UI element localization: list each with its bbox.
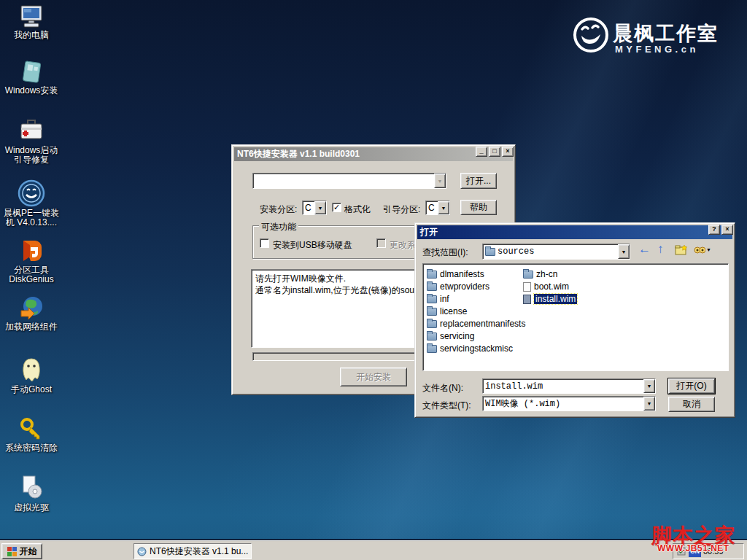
item-label: license: [440, 306, 467, 316]
look-in-label: 查找范围(I):: [422, 246, 468, 259]
list-item-folder[interactable]: servicing: [427, 331, 474, 341]
installer-titlebar[interactable]: NT6快捷安装器 v1.1 build0301: [234, 147, 513, 161]
folder-icon: [427, 271, 437, 279]
format-checkbox[interactable]: ✓: [332, 203, 341, 212]
open-dialog-titlebar[interactable]: 打开: [417, 225, 732, 239]
desktop-icon-boot-repair[interactable]: Windows启动 引导修复: [0, 118, 63, 165]
look-in-combobox[interactable]: sources ▼: [482, 244, 630, 260]
task-button-label: NT6快捷安装器 v1.1 bu...: [150, 545, 248, 558]
start-menu-icon: [7, 547, 17, 556]
close-button[interactable]: ×: [502, 147, 514, 157]
start-button[interactable]: 开始: [1, 543, 42, 559]
folder-icon: [427, 283, 437, 291]
help-button[interactable]: 帮助: [460, 200, 497, 215]
my-computer-icon: [18, 4, 44, 29]
file-name-value: install.wim: [483, 381, 643, 392]
desktop-icon-label: 分区工具 DiskGenius: [0, 265, 63, 284]
desktop-icon-manual-ghost[interactable]: 手动Ghost: [0, 356, 63, 394]
chevron-down-icon[interactable]: ▼: [706, 247, 711, 252]
item-label: zh-cn: [536, 269, 557, 279]
chevron-down-icon[interactable]: ▼: [643, 397, 655, 411]
chevron-down-icon[interactable]: ▼: [314, 201, 326, 214]
desktop-icon-label: Windows安装: [0, 86, 63, 96]
desktop-icon-pe-installer[interactable]: 晨枫PE一键装 机 V4.0.13....: [0, 179, 63, 228]
view-menu-icon[interactable]: [694, 245, 705, 255]
folder-icon: [427, 295, 437, 303]
virtual-drive-icon: [18, 474, 45, 502]
help-label: 帮助: [470, 201, 487, 214]
folder-icon: [523, 271, 533, 279]
format-checkbox-label: 格式化: [344, 203, 371, 216]
list-item-folder[interactable]: replacementmanifests: [427, 319, 525, 329]
folder-icon: [427, 308, 437, 316]
key-icon: [18, 417, 45, 442]
chevron-down-icon[interactable]: ▼: [434, 174, 446, 188]
ghost-icon: [18, 356, 45, 384]
open-button[interactable]: 打开(O): [668, 378, 715, 394]
desktop-icon-diskgenius[interactable]: 分区工具 DiskGenius: [0, 238, 63, 284]
boot-partition-value: C: [426, 202, 438, 214]
chevron-down-icon[interactable]: ▼: [438, 201, 449, 214]
list-item-folder[interactable]: etwproviders: [427, 281, 489, 292]
open-dialog-title: 打开: [420, 226, 438, 238]
list-item-folder[interactable]: dlmanifests: [427, 269, 484, 279]
desktop-icon-windows-install[interactable]: Windows安装: [0, 60, 63, 96]
taskbar-task-button[interactable]: NT6快捷安装器 v1.1 bu...: [133, 543, 252, 559]
boot-partition-combobox[interactable]: C ▼: [425, 201, 450, 215]
desktop-icon-virtual-drive[interactable]: 虚拟光驱: [0, 474, 63, 513]
chevron-down-icon[interactable]: ▼: [643, 379, 655, 393]
list-item-folder[interactable]: license: [427, 306, 467, 316]
up-one-level-icon[interactable]: ↑: [657, 242, 664, 257]
install-partition-value: C: [303, 202, 314, 214]
look-in-value: sources: [498, 246, 534, 257]
item-label: inf: [440, 294, 449, 304]
open-dialog: 打开 ? × 查找范围(I): sources ▼ ← ↑ ▼ dlmanife…: [414, 222, 735, 418]
install-partition-combobox[interactable]: C ▼: [302, 201, 327, 215]
list-item-file[interactable]: boot.wim: [523, 281, 569, 292]
logo-title: 晨枫工作室: [613, 20, 719, 47]
boot-partition-label: 引导分区:: [383, 203, 420, 216]
item-label: dlmanifests: [440, 269, 484, 279]
watermark-url: WWW.JB51.NET: [657, 543, 729, 553]
maximize-button[interactable]: □: [489, 147, 500, 157]
list-item-folder[interactable]: zh-cn: [523, 269, 557, 279]
file-icon: [523, 295, 531, 304]
taskbar: 开始 NT6快捷安装器 v1.1 bu...: [0, 540, 747, 560]
file-list[interactable]: dlmanifests etwproviders inf license rep…: [422, 263, 729, 371]
desktop-icon-my-computer[interactable]: 我的电脑: [0, 4, 63, 40]
item-label: install.wim: [534, 294, 577, 304]
desktop-icon-label: 系统密码清除: [0, 443, 63, 453]
start-install-button[interactable]: 开始安装: [340, 368, 407, 386]
list-item-file-selected[interactable]: install.wim: [523, 294, 577, 304]
installer-title: NT6快捷安装器 v1.1 build0301: [237, 148, 360, 160]
back-icon[interactable]: ←: [638, 242, 651, 257]
desktop-icon-load-network[interactable]: 加载网络组件: [0, 295, 63, 332]
install-partition-label: 安装分区:: [260, 203, 297, 216]
help-context-button[interactable]: ?: [708, 225, 720, 235]
file-icon: [523, 282, 531, 292]
open-button-label: 打开(O): [676, 380, 706, 392]
desktop-icon-password-clear[interactable]: 系统密码清除: [0, 417, 63, 453]
list-item-folder[interactable]: servicingstackmisc: [427, 343, 513, 354]
file-name-combobox[interactable]: install.wim ▼: [482, 378, 656, 394]
list-item-folder[interactable]: inf: [427, 294, 449, 304]
browse-wim-button[interactable]: 打开...: [460, 173, 497, 189]
close-button[interactable]: ×: [721, 225, 733, 235]
pe-ghost-icon: [18, 179, 45, 207]
folder-icon: [485, 248, 495, 256]
wim-path-combobox[interactable]: ▼: [252, 173, 446, 189]
file-type-label: 文件类型(T):: [422, 400, 471, 412]
diskgenius-icon: [18, 238, 44, 264]
minimize-button[interactable]: _: [476, 147, 487, 157]
chevron-down-icon[interactable]: ▼: [618, 244, 630, 259]
logo-subtitle: MYFENG.cn: [615, 44, 699, 55]
browse-wim-label: 打开...: [466, 175, 491, 187]
usb-install-checkbox[interactable]: [260, 238, 269, 248]
desktop-icon-label: 手动Ghost: [0, 385, 63, 394]
wim-path-value: [253, 180, 434, 182]
cancel-button[interactable]: 取消: [668, 397, 715, 412]
file-type-combobox[interactable]: WIM映像 (*.wim) ▼: [482, 396, 656, 411]
syslang-checkbox[interactable]: [376, 238, 386, 248]
desktop-icon-label: 晨枫PE一键装 机 V4.0.13....: [0, 209, 63, 228]
new-folder-icon[interactable]: [675, 244, 688, 256]
